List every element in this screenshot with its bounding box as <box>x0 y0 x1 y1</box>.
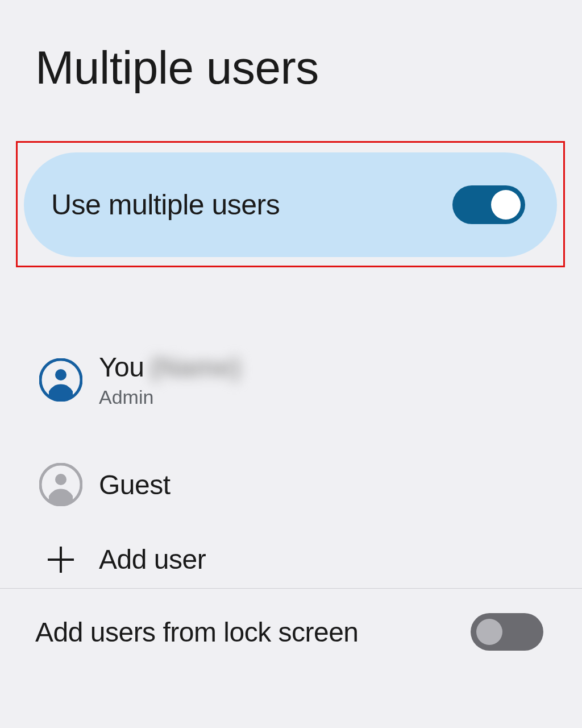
use-multiple-users-label: Use multiple users <box>51 188 280 221</box>
add-from-lock-screen-label: Add users from lock screen <box>35 617 359 648</box>
use-multiple-users-row[interactable]: Use multiple users <box>24 152 557 257</box>
user-avatar-icon <box>39 358 83 402</box>
svg-point-3 <box>55 474 66 485</box>
plus-icon <box>39 544 83 575</box>
page-title: Multiple users <box>0 0 582 94</box>
add-user-label: Add user <box>99 544 206 575</box>
svg-point-1 <box>55 369 66 380</box>
guest-avatar-icon <box>39 463 83 506</box>
user-guest-label: Guest <box>99 469 171 500</box>
divider <box>0 588 582 589</box>
use-multiple-users-switch[interactable] <box>452 185 525 224</box>
add-user-row[interactable]: Add user <box>0 528 582 591</box>
user-you-name-blurred: (Name) <box>150 351 241 383</box>
add-from-lock-screen-row[interactable]: Add users from lock screen <box>0 603 582 661</box>
user-row-you[interactable]: You (Name) Admin <box>0 336 582 424</box>
user-list: You (Name) Admin Guest Add user <box>0 336 582 591</box>
user-you-role: Admin <box>99 386 240 408</box>
user-you-name: You (Name) <box>99 351 240 383</box>
user-row-guest[interactable]: Guest <box>0 447 582 522</box>
add-from-lock-screen-switch[interactable] <box>471 613 543 651</box>
